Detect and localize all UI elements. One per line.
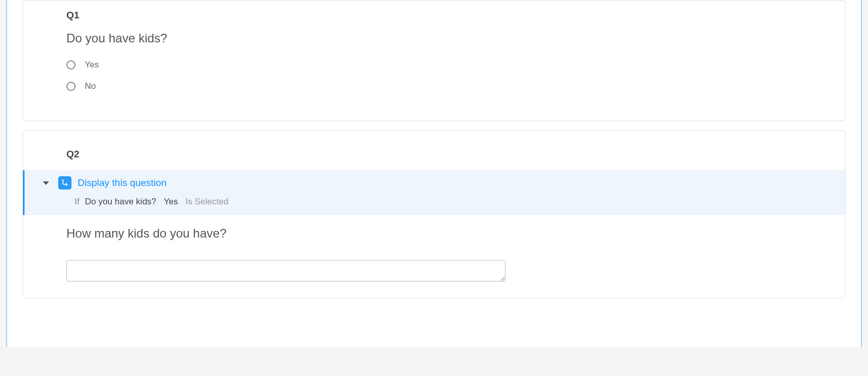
display-logic-panel[interactable]: Display this question If Do you have kid… [23, 170, 845, 215]
question-number: Q1 [66, 10, 802, 21]
condition-question: Do you have kids? [85, 197, 156, 206]
display-logic-title: Display this question [78, 177, 166, 189]
question-card-q1[interactable]: Q1 Do you have kids? Yes No [22, 0, 846, 121]
question-title[interactable]: Do you have kids? [66, 31, 802, 45]
question-card-q2[interactable]: Q2 Display this question If Do you have … [22, 130, 846, 298]
radio-circle-icon[interactable] [66, 82, 76, 91]
display-logic-icon [58, 176, 71, 190]
caret-down-icon[interactable] [43, 181, 49, 185]
display-logic-condition[interactable]: If Do you have kids? Yes Is Selected [43, 197, 835, 207]
radio-label: No [85, 81, 96, 91]
condition-if: If [75, 197, 79, 206]
display-logic-header[interactable]: Display this question [43, 176, 835, 190]
question-title[interactable]: How many kids do you have? [66, 226, 802, 241]
radio-label: Yes [85, 60, 99, 70]
radio-option-no[interactable]: No [66, 81, 802, 91]
condition-operator: Is Selected [185, 197, 228, 206]
radio-circle-icon[interactable] [66, 60, 76, 69]
question-number: Q2 [66, 149, 802, 160]
condition-answer: Yes [164, 197, 178, 206]
survey-editor: Q1 Do you have kids? Yes No Q2 [6, 0, 862, 347]
answer-text-input[interactable] [66, 260, 505, 281]
radio-option-yes[interactable]: Yes [66, 60, 802, 70]
